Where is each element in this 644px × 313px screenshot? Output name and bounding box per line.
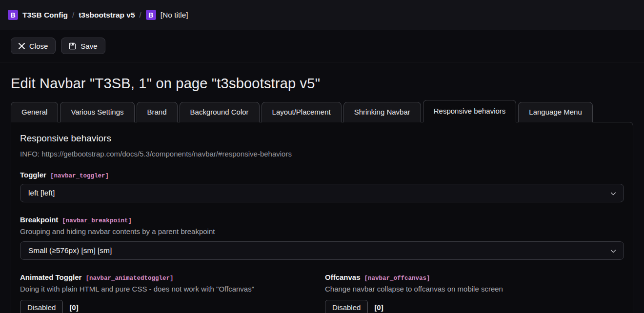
tab-background-color[interactable]: Background Color — [180, 102, 260, 122]
save-button-label: Save — [80, 42, 97, 50]
field-breakpoint-label: Breakpoint — [20, 215, 58, 224]
tab-shrinking-navbar[interactable]: Shrinking Navbar — [343, 102, 421, 122]
field-offcanvas: Offcanvas [navbar_offcanvas] Change navb… — [325, 273, 624, 313]
top-bar: B T3SB Config / t3sbootstrap v5 / B [No … — [0, 0, 644, 30]
tab-various-settings[interactable]: Various Settings — [60, 102, 134, 122]
chevron-down-icon — [610, 190, 617, 199]
tab-brand[interactable]: Brand — [137, 102, 178, 122]
field-offcanvas-label: Offcanvas — [325, 273, 361, 281]
breadcrumb-separator: / — [140, 11, 141, 19]
page-title: Edit Navbar "T3SB, 1" on page "t3sbootst… — [11, 76, 633, 92]
field-breakpoint-code: [navbar_breakpoint] — [62, 217, 132, 224]
panel-info-text: INFO: https://getbootstrap.com/docs/5.3/… — [20, 150, 624, 158]
bootstrap-record-icon: B — [8, 10, 18, 20]
field-animated-toggler-label: Animated Toggler — [20, 273, 81, 281]
tab-responsive-behaviors[interactable]: Responsive behaviors — [423, 100, 517, 122]
animated-toggler-toggle-button[interactable]: Disabled — [20, 300, 63, 313]
breadcrumb-item-record: [No title] — [161, 11, 188, 20]
close-button[interactable]: Close — [11, 38, 56, 54]
tab-general[interactable]: General — [11, 102, 58, 122]
field-breakpoint: Breakpoint [navbar_breakpoint] Grouping … — [20, 215, 624, 260]
breadcrumb-item-module[interactable]: T3SB Config — [22, 11, 68, 20]
field-animated-toggler-description: Doing it with plain HTML and pure CSS - … — [20, 285, 319, 293]
offcanvas-value: [0] — [374, 303, 383, 312]
field-offcanvas-description: Change navbar collapse to offcanvas on m… — [325, 285, 624, 293]
breadcrumb: B T3SB Config / t3sbootstrap v5 / B [No … — [8, 10, 188, 20]
tab-panel-responsive-behaviors: Responsive behaviors INFO: https://getbo… — [11, 122, 633, 313]
tab-layout-placement[interactable]: Layout/Placement — [262, 102, 342, 122]
field-toggler: Toggler [navbar_toggler] left [left] — [20, 171, 624, 202]
close-button-label: Close — [29, 42, 48, 50]
breadcrumb-item-page[interactable]: t3sbootstrap v5 — [79, 11, 135, 20]
breakpoint-select[interactable]: Small (≥576px) [sm] [sm] — [20, 241, 624, 260]
close-icon — [19, 43, 25, 49]
doc-header: Close Save — [0, 30, 644, 62]
field-toggler-label: Toggler — [20, 171, 46, 179]
bootstrap-record-icon: B — [146, 10, 156, 20]
offcanvas-toggle-button[interactable]: Disabled — [325, 300, 368, 313]
tab-language-menu[interactable]: Language Menu — [518, 102, 592, 122]
field-offcanvas-code: [navbar_offcanvas] — [364, 275, 430, 282]
toggler-select-value: left [left] — [28, 189, 55, 197]
field-toggler-code: [navbar_toggler] — [50, 173, 109, 179]
field-animated-toggler: Animated Toggler [navbar_animatedtoggler… — [20, 273, 319, 313]
tab-bar: General Various Settings Brand Backgroun… — [0, 102, 644, 122]
save-icon — [69, 42, 76, 50]
chevron-down-icon — [610, 248, 617, 256]
field-breakpoint-description: Grouping and hiding navbar contents by a… — [20, 227, 624, 235]
toggler-select[interactable]: left [left] — [20, 184, 624, 202]
field-animated-toggler-code: [navbar_animatedtoggler] — [85, 275, 173, 282]
animated-toggler-value: [0] — [69, 303, 78, 312]
breadcrumb-separator: / — [72, 11, 74, 19]
save-button[interactable]: Save — [61, 38, 105, 54]
panel-heading: Responsive behaviors — [20, 133, 624, 144]
breakpoint-select-value: Small (≥576px) [sm] [sm] — [28, 246, 112, 255]
